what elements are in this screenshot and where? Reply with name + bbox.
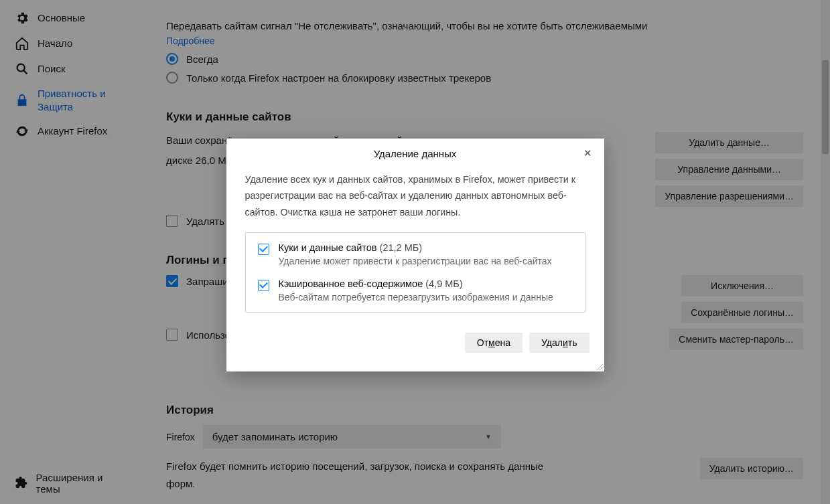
- option-title: Кэшированное веб-содержимое: [279, 278, 426, 289]
- dialog-title: Удаление данных: [374, 148, 457, 159]
- option-cookies-sitedata[interactable]: Куки и данные сайтов (21,2 МБ) Удаление …: [246, 233, 585, 276]
- option-size: (21,2 МБ): [380, 242, 423, 253]
- option-title: Куки и данные сайтов: [279, 242, 380, 253]
- option-subtitle: Веб-сайтам потребуется перезагрузить изо…: [279, 292, 553, 303]
- dialog-options: Куки и данные сайтов (21,2 МБ) Удаление …: [245, 232, 585, 313]
- cancel-button[interactable]: Отмена: [465, 333, 523, 353]
- clear-data-dialog: Удаление данных ✕ Удаление всех кук и да…: [226, 139, 604, 371]
- option-size: (4,9 МБ): [425, 278, 462, 289]
- checkbox-icon: [258, 280, 269, 291]
- option-cached-content[interactable]: Кэшированное веб-содержимое (4,9 МБ) Веб…: [246, 276, 585, 312]
- checkbox-icon: [258, 244, 269, 255]
- option-subtitle: Удаление может привести к разрегистрации…: [279, 256, 552, 266]
- modal-overlay: Удаление данных ✕ Удаление всех кук и да…: [0, 0, 830, 504]
- dialog-description: Удаление всех кук и данных сайтов, храни…: [245, 171, 585, 220]
- dialog-header: Удаление данных ✕: [226, 139, 604, 166]
- resize-handle-icon[interactable]: [595, 362, 603, 370]
- delete-button[interactable]: Удалить: [529, 333, 589, 353]
- close-icon[interactable]: ✕: [581, 147, 595, 160]
